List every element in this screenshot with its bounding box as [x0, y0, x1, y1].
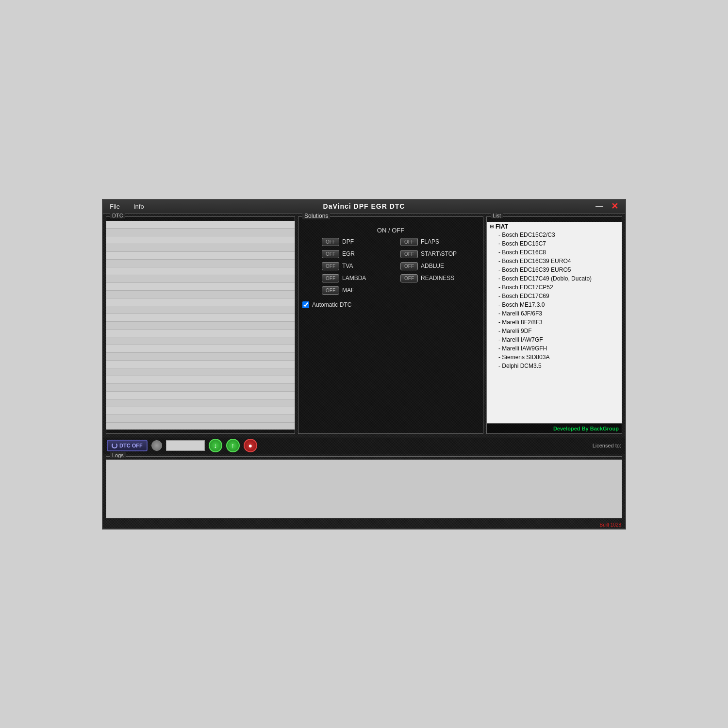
upload-button[interactable]: ↑	[226, 439, 240, 452]
dtc-row	[106, 260, 295, 267]
dpf-label: DPF	[342, 238, 381, 245]
solution-row-startstop: OFF START\STOP	[400, 250, 460, 258]
close-button[interactable]: ✕	[608, 201, 621, 212]
tree-item-edc15c7[interactable]: - Bosch EDC15C7	[489, 239, 620, 248]
dtc-row	[106, 399, 295, 407]
solution-row-lambda: OFF LAMBDA	[322, 274, 381, 282]
maf-toggle[interactable]: OFF	[322, 286, 339, 295]
flaps-toggle[interactable]: OFF	[400, 238, 418, 246]
egr-toggle[interactable]: OFF	[322, 250, 339, 258]
dtc-row	[106, 221, 295, 229]
tree-item-edc16c39e5[interactable]: - Bosch EDC16C39 EURO5	[489, 265, 620, 274]
tree-item-edc15c2c3[interactable]: - Bosch EDC15C2/C3	[489, 231, 620, 239]
solutions-inner: ON / OFF OFF DPF OFF EGR OFF	[298, 223, 483, 312]
developed-by: Developed By BackGroup	[487, 423, 622, 433]
tree-item-dcm35[interactable]: - Delphi DCM3.5	[489, 362, 620, 370]
on-off-header: ON / OFF	[302, 227, 479, 234]
dtc-row	[106, 306, 295, 314]
dtc-row	[106, 244, 295, 252]
main-content: DTC	[103, 214, 625, 437]
adblue-label: ADBLUE	[421, 263, 460, 269]
solutions-columns: OFF DPF OFF EGR OFF TVA OFF	[302, 238, 479, 295]
readiness-toggle[interactable]: OFF	[400, 274, 418, 282]
menu-file[interactable]: File	[107, 202, 123, 211]
dtc-row	[106, 407, 295, 415]
maf-label: MAF	[342, 287, 381, 294]
app-window: File Info DaVinci DPF EGR DTC — ✕ DTC	[102, 199, 626, 529]
solution-row-dpf: OFF DPF	[322, 238, 381, 246]
tree-item-6jf6f3[interactable]: - Marelli 6JF/6F3	[489, 309, 620, 318]
dtc-row	[106, 229, 295, 236]
list-tree[interactable]: ⊟ FIAT - Bosch EDC15C2/C3 - Bosch EDC15C…	[487, 222, 622, 423]
download-button[interactable]: ↓	[209, 439, 222, 452]
tree-item-edc17c69[interactable]: - Bosch EDC17C69	[489, 292, 620, 300]
minimize-button[interactable]: —	[593, 201, 606, 212]
build-info: Built 1028	[103, 521, 625, 529]
solution-row-adblue: OFF ADBLUE	[400, 262, 460, 270]
dtc-off-button[interactable]: DTC OFF	[107, 440, 148, 451]
fiat-label: FIAT	[496, 223, 508, 230]
dtc-row	[106, 376, 295, 384]
solutions-left-col: OFF DPF OFF EGR OFF TVA OFF	[322, 238, 381, 295]
logs-label: Logs	[110, 452, 126, 458]
list-panel-label: List	[491, 213, 503, 218]
startstop-toggle[interactable]: OFF	[400, 250, 418, 258]
title-bar: File Info DaVinci DPF EGR DTC — ✕	[103, 200, 625, 214]
dtc-row	[106, 384, 295, 392]
window-controls: — ✕	[593, 201, 621, 212]
tva-label: TVA	[342, 263, 381, 269]
dtc-row	[106, 252, 295, 260]
solutions-panel-label: Solutions	[302, 213, 330, 219]
dtc-panel-label: DTC	[110, 213, 125, 218]
readiness-label: READINESS	[421, 275, 460, 281]
solution-row-readiness: OFF READINESS	[400, 274, 460, 282]
dtc-row	[106, 298, 295, 306]
solution-row-flaps: OFF FLAPS	[400, 238, 460, 246]
startstop-label: START\STOP	[421, 250, 460, 257]
tree-item-edc17c49[interactable]: - Bosch EDC17C49 (Doblo, Ducato)	[489, 274, 620, 283]
power-icon	[112, 443, 117, 448]
solution-row-tva: OFF TVA	[322, 262, 381, 270]
dtc-row	[106, 330, 295, 337]
tree-item-iaw7gf[interactable]: - Marelli IAW7GF	[489, 335, 620, 344]
dtc-row	[106, 361, 295, 368]
download-icon: ↓	[214, 442, 217, 449]
tree-item-iaw9gfh[interactable]: - Marelli IAW9GFH	[489, 344, 620, 353]
auto-dtc-row: Automatic DTC	[302, 301, 479, 308]
fiat-expander-icon: ⊟	[490, 224, 494, 229]
tree-item-9df[interactable]: - Marelli 9DF	[489, 327, 620, 335]
dtc-list[interactable]	[106, 221, 295, 430]
auto-dtc-label: Automatic DTC	[312, 301, 351, 308]
egr-label: EGR	[342, 250, 381, 257]
menu-info[interactable]: Info	[131, 202, 147, 211]
tree-item-sid803a[interactable]: - Siemens SID803A	[489, 353, 620, 362]
tva-toggle[interactable]: OFF	[322, 262, 339, 270]
stop-button[interactable]: ●	[244, 439, 257, 452]
lambda-toggle[interactable]: OFF	[322, 274, 339, 282]
text-input[interactable]	[166, 440, 205, 451]
dtc-row	[106, 283, 295, 291]
list-panel: List ⊟ FIAT - Bosch EDC15C2/C3 - Bosch E…	[486, 216, 622, 434]
licensed-to: Licensed to:	[593, 443, 621, 448]
tree-group-fiat-label[interactable]: ⊟ FIAT	[489, 223, 620, 231]
dtc-row	[106, 236, 295, 244]
dtc-row	[106, 392, 295, 399]
logs-content	[106, 460, 622, 518]
tree-group-fiat: ⊟ FIAT - Bosch EDC15C2/C3 - Bosch EDC15C…	[487, 222, 622, 371]
window-title: DaVinci DPF EGR DTC	[323, 202, 405, 210]
tree-item-me1730[interactable]: - Bosch ME17.3.0	[489, 300, 620, 309]
tree-item-edc16c8[interactable]: - Bosch EDC16C8	[489, 248, 620, 257]
tree-item-edc17cp52[interactable]: - Bosch EDC17CP52	[489, 283, 620, 292]
tree-item-edc16c39e4[interactable]: - Bosch EDC16C39 EURO4	[489, 257, 620, 265]
solutions-right-col: OFF FLAPS OFF START\STOP OFF ADBLUE OF	[400, 238, 460, 295]
dtc-row	[106, 353, 295, 361]
auto-dtc-checkbox[interactable]	[302, 301, 309, 308]
solutions-panel: Solutions ON / OFF OFF DPF OFF EGR	[298, 216, 483, 434]
tree-item-8f28f3[interactable]: - Marelli 8F2/8F3	[489, 318, 620, 327]
adblue-toggle[interactable]: OFF	[400, 262, 418, 270]
dpf-toggle[interactable]: OFF	[322, 238, 339, 246]
dtc-row	[106, 291, 295, 298]
logs-section: Logs	[106, 456, 622, 518]
dtc-row	[106, 415, 295, 423]
solution-row-maf: OFF MAF	[322, 286, 381, 295]
